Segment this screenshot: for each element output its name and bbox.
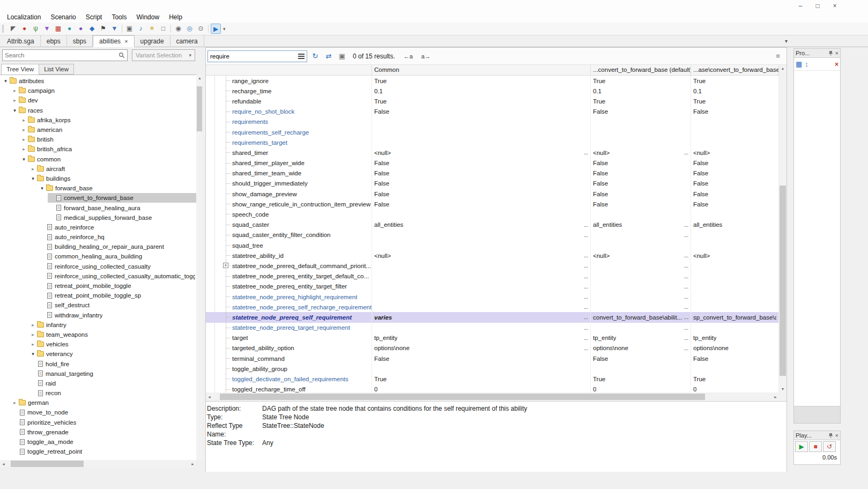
property-value-cell[interactable]: options\none... bbox=[372, 343, 591, 353]
refresh-icon[interactable]: ↻ bbox=[310, 52, 321, 60]
toolbar-grip[interactable] bbox=[2, 25, 5, 33]
property-value-cell[interactable] bbox=[691, 117, 779, 127]
property-row[interactable]: requirements_target bbox=[206, 137, 779, 147]
property-name-cell[interactable]: refundable bbox=[206, 96, 372, 106]
property-name-cell[interactable]: statetree_ability_id bbox=[206, 250, 372, 261]
toolbar-overflow-icon[interactable]: ▾ bbox=[223, 26, 226, 32]
property-value-cell[interactable]: False bbox=[591, 179, 691, 189]
property-value-cell[interactable]: False bbox=[591, 189, 691, 199]
property-value-cell[interactable]: True bbox=[372, 374, 591, 384]
ellipsis-button[interactable]: ... bbox=[582, 335, 588, 341]
scroll-right-icon[interactable]: ► bbox=[772, 394, 779, 401]
pin-icon[interactable] bbox=[828, 433, 833, 439]
property-name-cell[interactable]: show_range_reticule_in_contruction_item_… bbox=[206, 199, 372, 209]
globe-icon[interactable]: ◎ bbox=[184, 24, 195, 34]
property-value-cell[interactable]: <null>... bbox=[372, 147, 591, 158]
property-value-cell[interactable]: 0 bbox=[372, 384, 591, 392]
tree-item[interactable]: convert_to_forward_base bbox=[0, 193, 196, 203]
property-value-cell[interactable]: tp_entity bbox=[691, 333, 779, 343]
property-name-cell[interactable]: squad_caster_entity_filter_condition bbox=[206, 230, 372, 240]
ellipsis-button[interactable]: ... bbox=[582, 284, 588, 290]
property-value-cell[interactable]: True bbox=[591, 76, 691, 86]
property-value-cell[interactable]: False bbox=[591, 107, 691, 117]
property-value-cell[interactable]: ... bbox=[591, 302, 691, 312]
tree-item[interactable]: building_healing_or_repair_aura_parent bbox=[0, 242, 196, 251]
scrollbar-thumb[interactable] bbox=[197, 86, 202, 131]
property-value-cell[interactable]: ... bbox=[372, 271, 591, 281]
property-value-cell[interactable]: True bbox=[372, 96, 591, 106]
ellipsis-button[interactable]: ... bbox=[582, 273, 588, 279]
property-name-cell[interactable]: statetree_node_prereq_target_requirement bbox=[206, 323, 372, 333]
sphere-icon[interactable]: ● bbox=[64, 24, 75, 34]
scroll-left-icon[interactable]: ◄ bbox=[0, 461, 7, 468]
tree-collapse-icon[interactable]: ▾ bbox=[29, 176, 36, 181]
property-value-cell[interactable]: False bbox=[691, 107, 779, 117]
property-row[interactable]: statetree_node_prereq_entity_target_defa… bbox=[206, 271, 779, 281]
play-button[interactable]: ▶ bbox=[795, 441, 808, 452]
tree-item[interactable]: reinforce_using_collected_casualty_autom… bbox=[0, 271, 196, 281]
speaker-icon[interactable]: ♪ bbox=[136, 24, 146, 34]
property-value-cell[interactable] bbox=[591, 240, 691, 250]
tree-item[interactable]: forward_base_healing_aura bbox=[0, 203, 196, 212]
property-value-cell[interactable]: False bbox=[372, 158, 591, 168]
tree-item[interactable]: move_to_node bbox=[0, 408, 196, 417]
property-value-cell[interactable]: <null>... bbox=[591, 250, 691, 261]
property-value-cell[interactable]: 0.1 bbox=[691, 86, 779, 96]
tree-expand-icon[interactable]: ▸ bbox=[20, 137, 27, 142]
tree-expand-icon[interactable]: ▸ bbox=[20, 117, 27, 123]
stop-button[interactable]: ■ bbox=[809, 441, 822, 452]
scroll-left-icon[interactable]: ◄ bbox=[206, 394, 213, 401]
tree-horizontal-scrollbar[interactable]: ◄ ► bbox=[0, 460, 196, 468]
property-value-cell[interactable]: False bbox=[691, 168, 779, 179]
scrollbar-thumb[interactable] bbox=[220, 394, 705, 400]
ellipsis-button[interactable]: ... bbox=[682, 263, 688, 269]
tab-upgrade[interactable]: upgrade bbox=[135, 35, 170, 47]
property-row[interactable]: squad_casterall_entities...all_entities.… bbox=[206, 220, 779, 230]
property-row[interactable]: requirements_self_recharge bbox=[206, 127, 779, 137]
property-name-cell[interactable]: +statetree_node_prereq_default_command_p… bbox=[206, 261, 372, 271]
ellipsis-button[interactable]: ... bbox=[582, 253, 588, 258]
scroll-up-icon[interactable]: ▲ bbox=[196, 75, 203, 82]
property-name-cell[interactable]: requirements_target bbox=[206, 137, 372, 147]
menu-script[interactable]: Script bbox=[81, 12, 107, 23]
property-row[interactable]: requirements bbox=[206, 117, 779, 127]
selection-box-icon[interactable]: ▣ bbox=[124, 24, 135, 34]
table-horizontal-scrollbar[interactable]: ◄ ► bbox=[206, 392, 779, 401]
property-value-cell[interactable]: False bbox=[691, 353, 779, 364]
property-value-cell[interactable]: all_entities bbox=[691, 220, 779, 230]
property-value-cell[interactable]: ... bbox=[372, 230, 591, 240]
marker-icon[interactable]: ▼ bbox=[42, 24, 52, 34]
tree-item[interactable]: ▸vehicles bbox=[0, 339, 196, 349]
menu-window[interactable]: Window bbox=[131, 12, 164, 23]
tree-item[interactable]: ▸british bbox=[0, 135, 196, 144]
property-value-cell[interactable]: all_entities... bbox=[372, 220, 591, 230]
property-row[interactable]: show_range_reticule_in_contruction_item_… bbox=[206, 199, 779, 209]
close-button[interactable]: × bbox=[826, 0, 843, 12]
tree-collapse-icon[interactable]: ▾ bbox=[11, 108, 18, 113]
property-value-cell[interactable] bbox=[372, 127, 591, 137]
ellipsis-button[interactable]: ... bbox=[682, 345, 688, 351]
ellipsis-button[interactable]: ... bbox=[682, 253, 688, 258]
property-value-cell[interactable]: ... bbox=[591, 271, 691, 281]
search-input[interactable] bbox=[5, 52, 118, 58]
tree-item[interactable]: retreat_point_mobile_toggle bbox=[0, 281, 196, 291]
property-value-cell[interactable]: ... bbox=[591, 292, 691, 302]
tree-item[interactable]: ▸american bbox=[0, 125, 196, 135]
sort-icon[interactable]: ↕ bbox=[805, 60, 808, 68]
tree-expand-icon[interactable]: ▸ bbox=[11, 88, 18, 93]
ellipsis-button[interactable]: ... bbox=[582, 222, 588, 228]
table-vertical-scrollbar[interactable]: ▲ ▼ bbox=[779, 65, 787, 392]
property-value-cell[interactable]: ... bbox=[591, 323, 691, 333]
tree-item[interactable]: ▾common bbox=[0, 154, 196, 164]
property-name-cell[interactable]: terminal_command bbox=[206, 353, 372, 364]
filter-input[interactable] bbox=[210, 53, 296, 60]
column-header-default[interactable]: ...convert_to_forward_base (default) bbox=[591, 65, 691, 75]
property-value-cell[interactable]: False bbox=[691, 189, 779, 199]
grid-view-icon[interactable]: ▦ bbox=[796, 60, 802, 68]
property-row[interactable]: speech_code bbox=[206, 209, 779, 219]
property-value-cell[interactable]: ... bbox=[372, 302, 591, 312]
minimize-button[interactable]: – bbox=[792, 0, 809, 12]
property-value-cell[interactable]: False bbox=[372, 107, 591, 117]
tree-item[interactable]: ▾attributes bbox=[0, 76, 196, 86]
ellipsis-button[interactable]: ... bbox=[582, 304, 588, 310]
